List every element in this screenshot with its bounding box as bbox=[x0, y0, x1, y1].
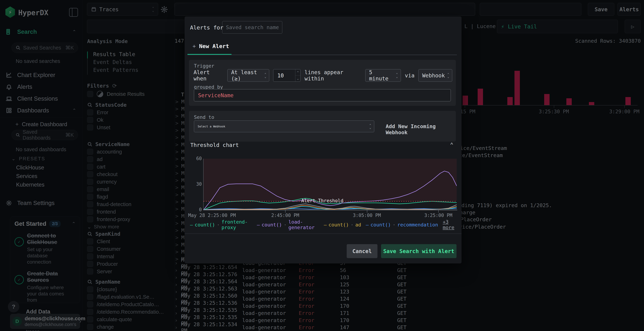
x-axis-tick bbox=[438, 210, 439, 213]
number-spinner[interactable]: ⌃⌄ bbox=[295, 69, 300, 81]
hyperdx-app: Traces ⌃⌄ Save Alerts L | Lucene ⚡ Live … bbox=[0, 0, 644, 331]
x-axis-label: 2:45:00 PM bbox=[264, 213, 306, 218]
tab-divider bbox=[188, 55, 457, 55]
chevron-updown-icon: ⌃⌄ bbox=[396, 73, 398, 78]
alerts-for-label: Alerts for bbox=[190, 24, 224, 31]
chart-legend: —count()·frontend-proxy —count()·load-ge… bbox=[190, 219, 462, 230]
via-label: via bbox=[405, 72, 414, 79]
chart-x-axis bbox=[203, 210, 457, 210]
threshold-number-input[interactable]: ⌃⌄ bbox=[273, 69, 300, 82]
send-to-section: Send to Select a Webhook ⌃⌄ Add New Inco… bbox=[189, 111, 456, 142]
trigger-section: Trigger Alert when At least (≥) ⌃⌄ ⌃⌄ li… bbox=[189, 60, 456, 106]
legend-item[interactable]: —count()·recommendation bbox=[366, 219, 438, 230]
collapse-chart-icon[interactable]: ^ bbox=[450, 142, 453, 148]
y-axis-tick: 30 bbox=[192, 181, 202, 187]
webhook-select[interactable]: Select a Webhook ⌃⌄ bbox=[194, 120, 374, 132]
condition-select[interactable]: At least (≥) ⌃⌄ bbox=[227, 69, 269, 82]
alert-when-label: Alert when bbox=[194, 69, 224, 82]
chevron-updown-icon: ⌃⌄ bbox=[370, 124, 371, 129]
lines-within-label: lines appear within bbox=[304, 69, 361, 82]
create-alert-modal: Alerts for + New Alert Trigger Alert whe… bbox=[184, 16, 462, 264]
alert-threshold-label: Alert Threshold bbox=[292, 198, 353, 203]
x-axis-label: May 28 2:25:00 PM bbox=[188, 213, 236, 218]
send-to-label: Send to bbox=[194, 114, 214, 120]
x-axis-label: 3:05:00 PM bbox=[346, 213, 388, 218]
save-search-with-alert-button[interactable]: Save Search with Alert bbox=[381, 244, 456, 258]
legend-item[interactable]: —count()·frontend-proxy bbox=[190, 219, 252, 230]
x-axis-tick bbox=[285, 210, 286, 213]
x-axis-label: 3:25:00 PM bbox=[417, 213, 460, 218]
threshold-chart-label: Threshold chart bbox=[190, 142, 239, 148]
y-axis-tick: 0 bbox=[192, 207, 202, 212]
legend-item[interactable]: —count()·load-generator bbox=[257, 219, 319, 230]
plus-icon: + bbox=[192, 43, 196, 49]
y-axis-tick: 60 bbox=[192, 156, 202, 161]
grouped-by-input[interactable]: ServiceName bbox=[194, 89, 451, 101]
divider bbox=[184, 233, 462, 234]
channel-select[interactable]: Webhook ⌃⌄ bbox=[418, 69, 452, 82]
grouped-by-label: grouped by bbox=[194, 84, 223, 90]
legend-more-button[interactable]: +3 more bbox=[443, 219, 462, 230]
add-webhook-button[interactable]: Add New Incoming Webhook bbox=[386, 123, 456, 135]
interval-select[interactable]: 5 minute ⌃⌄ bbox=[365, 69, 401, 82]
x-axis-tick bbox=[367, 210, 367, 213]
tab-new-alert[interactable]: + New Alert bbox=[192, 43, 229, 49]
cancel-button[interactable]: Cancel bbox=[347, 244, 378, 258]
trigger-label: Trigger bbox=[194, 63, 214, 69]
chevron-updown-icon: ⌃⌄ bbox=[264, 73, 266, 78]
legend-item[interactable]: —count()·ad bbox=[324, 219, 361, 230]
saved-search-name-input[interactable] bbox=[222, 21, 282, 34]
chevron-updown-icon: ⌃⌄ bbox=[448, 73, 449, 78]
chart-y-axis bbox=[203, 159, 204, 210]
